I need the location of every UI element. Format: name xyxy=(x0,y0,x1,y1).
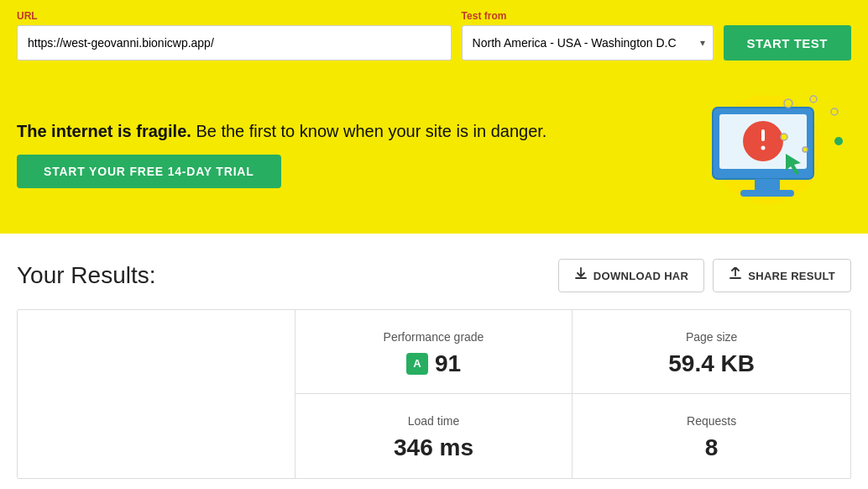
banner-text: The internet is fragile. Be the first to… xyxy=(17,119,546,143)
banner-content: The internet is fragile. Be the first to… xyxy=(17,119,604,188)
svg-rect-3 xyxy=(755,179,780,191)
results-title: Your Results: xyxy=(17,262,156,289)
decorative-dots xyxy=(780,95,847,162)
top-bar: URL Test from North America - USA - Wash… xyxy=(0,0,868,74)
page-size-card: Page size 59.4 KB xyxy=(573,310,850,394)
grade-badge: A xyxy=(406,353,428,375)
download-har-button[interactable]: DOWNLOAD HAR xyxy=(558,259,704,292)
share-result-label: SHARE RESULT xyxy=(748,270,835,282)
preview-card xyxy=(18,310,295,478)
page-size-value: 59.4 KB xyxy=(668,350,755,377)
test-from-field-group: Test from North America - USA - Washingt… xyxy=(462,10,714,60)
svg-point-7 xyxy=(761,146,766,150)
url-field-group: URL xyxy=(17,10,452,60)
monitor-illustration xyxy=(683,91,851,217)
share-result-button[interactable]: SHARE RESULT xyxy=(713,259,851,292)
svg-point-10 xyxy=(810,96,817,103)
requests-label: Requests xyxy=(687,414,736,428)
requests-card: Requests 8 xyxy=(573,394,850,478)
url-input[interactable] xyxy=(17,25,452,60)
svg-rect-6 xyxy=(761,129,765,141)
load-time-label: Load time xyxy=(408,414,459,428)
url-label: URL xyxy=(17,10,452,22)
results-actions: DOWNLOAD HAR SHARE RESULT xyxy=(558,259,851,292)
banner-bold-text: The internet is fragile. xyxy=(17,122,191,140)
promo-banner: The internet is fragile. Be the first to… xyxy=(0,74,868,234)
svg-point-13 xyxy=(834,137,843,145)
start-test-button[interactable]: START TEST xyxy=(724,25,851,60)
results-header: Your Results: DOWNLOAD HAR SHARE RESULT xyxy=(17,259,851,292)
performance-grade-card: Performance grade A 91 xyxy=(295,310,573,394)
svg-point-9 xyxy=(784,99,792,108)
load-time-value: 346 ms xyxy=(394,434,473,461)
test-from-select[interactable]: North America - USA - Washington D.CEuro… xyxy=(462,25,714,60)
download-icon xyxy=(574,267,588,284)
load-time-card: Load time 346 ms xyxy=(295,394,573,478)
results-section: Your Results: DOWNLOAD HAR SHARE RESULT xyxy=(0,234,868,489)
page-size-label: Page size xyxy=(686,330,737,344)
download-har-label: DOWNLOAD HAR xyxy=(593,270,688,282)
trial-button[interactable]: START YOUR FREE 14-DAY TRIAL xyxy=(17,155,281,188)
performance-grade-label: Performance grade xyxy=(384,330,484,344)
test-from-label: Test from xyxy=(462,10,714,22)
test-from-select-wrapper: North America - USA - Washington D.CEuro… xyxy=(462,25,714,60)
svg-point-11 xyxy=(831,108,838,115)
svg-point-12 xyxy=(781,134,787,140)
svg-rect-4 xyxy=(740,190,794,197)
requests-value: 8 xyxy=(705,434,719,461)
performance-grade-value: A 91 xyxy=(406,350,461,377)
svg-point-14 xyxy=(803,147,808,152)
results-grid: Performance grade A 91 Page size 59.4 KB… xyxy=(17,309,851,479)
share-icon xyxy=(729,267,742,284)
banner-rest-text: Be the first to know when your site is i… xyxy=(191,122,547,140)
performance-grade-number: 91 xyxy=(435,350,461,377)
